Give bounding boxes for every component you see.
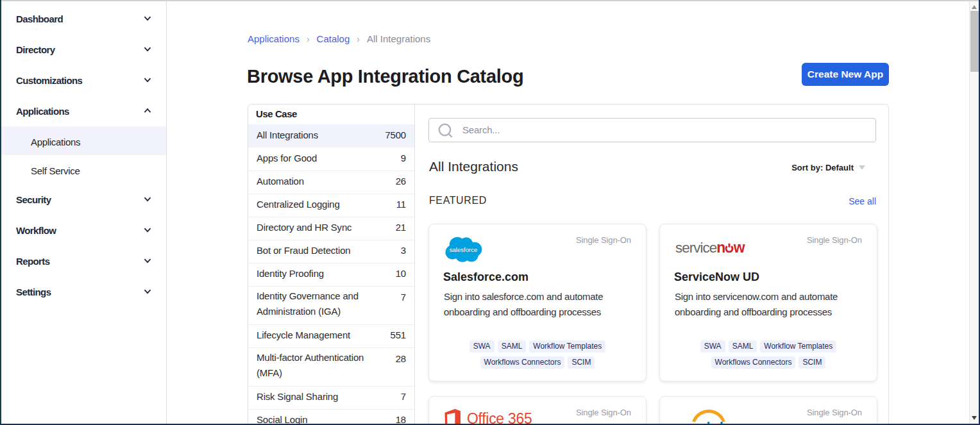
svg-text:salesforce: salesforce bbox=[450, 246, 478, 253]
